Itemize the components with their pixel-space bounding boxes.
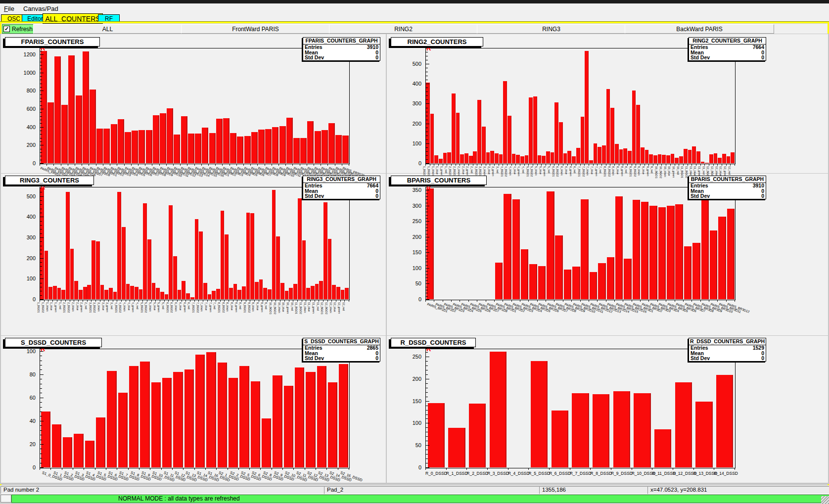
y-minor-tick [40,241,42,242]
x-label-3_black: 3_black [97,302,100,312]
y-major-tick [426,299,429,300]
y-minor-tick [40,444,42,445]
stats-box-rdssd[interactable]: R_DSSD_COUNTERS_GRAPHEntries1529Mean0Std… [689,338,766,362]
refresh-toggle[interactable]: ✓ Refresh [2,24,35,34]
stats-box-ring2[interactable]: RING2_COUNTERS_GRAPHEntries7664Mean0Std … [689,37,766,61]
x-bin-tick [606,164,606,166]
bar-R_5_DSSD [531,361,548,467]
y-minor-tick [426,80,428,80]
y-minor-tick [40,156,42,156]
pad-ring3[interactable]: RING3_COUNTERSRING3_COUNTERS_GRAPHEntrie… [1,174,386,335]
bar-12_BGO2 [714,153,718,163]
x-label-10_BGO1: 10_BGO1 [655,166,658,178]
x-label-6_green: 6_green [184,302,186,312]
bar-11_BGO1 [684,149,688,163]
bar-PARIS_FR3D20 [342,136,349,163]
y-minor-tick [426,280,428,281]
menu-file[interactable]: File [4,5,14,12]
x-bin-tick [632,468,632,470]
y-tick-label: 250 [397,354,421,360]
x-bin-tick [78,300,79,302]
y-minor-tick [426,406,428,406]
x-bin-tick [216,300,216,302]
x-label-R_12_DSSD: R_12_DSSD [673,471,693,476]
x-label-12_black: 12_black [329,302,332,313]
pad-rdssd[interactable]: R_DSSD_COUNTERSR_DSSD_COUNTERS_GRAPHEntr… [387,336,828,483]
x-label-3_blue: 3_blue [102,302,105,311]
bar-6_green [186,293,190,299]
button-all[interactable]: ALL [33,24,182,34]
pad-ring2[interactable]: RING2_COUNTERSRING2_COUNTERS_GRAPHEntrie… [387,34,828,173]
bar-PARIS_BR1D1 [426,188,434,299]
bar-1_red [447,152,451,163]
x-bin-tick [335,164,335,166]
x-label-6_blue: 6_blue [179,302,182,311]
x-label-7_red: 7_red [213,302,216,309]
x-bin-tick [477,300,477,302]
y-minor-tick [40,440,42,440]
x-label-11_BGO2: 11_BGO2 [685,166,688,178]
chart-title-fparis[interactable]: FPARIS_COUNTERS [5,37,100,46]
x-bin-tick [549,468,550,470]
button-ring3[interactable]: RING3 [477,24,626,34]
x-label-12_red: 12_red [342,302,345,311]
y-minor-tick [40,356,42,356]
root-canvas[interactable]: FPARIS_COUNTERSFPARIS_COUNTERS_GRAPHEntr… [0,34,829,484]
status-pixel-pos: 1355,186 [539,486,652,494]
x-label-9_red: 9_red [265,302,268,309]
bar-1_BGO2 [430,114,434,163]
bar-2_red [473,151,477,163]
menu-canvas-pad[interactable]: Canvas/Pad [23,5,58,12]
bar-2_BGO1 [452,93,456,163]
button-ring2[interactable]: RING2 [329,24,478,34]
x-bin-tick [520,300,520,302]
x-bin-tick [571,164,572,166]
x-label-2_red: 2_red [85,302,88,309]
x-bin-tick [260,468,261,470]
y-minor-tick [426,275,428,275]
x-bin-tick [272,468,272,470]
pad-bparis[interactable]: BPARIS_COUNTERSBPARIS_COUNTERS_GRAPHEntr… [387,174,828,335]
x-label-12_blue: 12_blue [333,302,336,312]
x-bin-tick [696,164,696,166]
refresh-checkbox[interactable]: ✓ [3,26,10,32]
y-tick-label: 20 [11,441,36,447]
x-bin-tick [267,300,268,302]
x-label-3_black: 3_black [483,166,486,176]
stats-box-ring3[interactable]: RING3_COUNTERS_GRAPHEntries7664Mean0Std … [303,176,380,199]
x-bin-tick [597,164,598,166]
x-bin-tick [593,164,594,166]
x-label-1_red: 1_red [59,302,62,309]
y-minor-tick [426,283,428,284]
chart-title-rdssd[interactable]: R_DSSD_COUNTERS [391,338,476,347]
pad-fparis[interactable]: FPARIS_COUNTERSFPARIS_COUNTERS_GRAPHEntr… [1,34,386,173]
x-bin-tick [576,164,576,166]
resize-grip[interactable] [821,496,829,504]
button-frontward-paris[interactable]: FrontWard PARIS [181,24,330,34]
y-minor-tick [426,88,428,88]
stats-box-sdssd[interactable]: S_DSSD_COUNTERS_GRAPHEntries2865Mean0Std… [303,338,380,362]
stats-box-bparis[interactable]: BPARIS_COUNTERS_GRAPHEntries3910Mean0Std… [689,176,766,199]
y-minor-tick [426,230,428,231]
chart-title-bparis[interactable]: BPARIS_COUNTERS [391,176,487,185]
chart-title-sdssd[interactable]: S_DSSD_COUNTERS [5,338,102,347]
x-label-5_BGO2: 5_BGO2 [144,302,147,313]
x-bin-tick [278,164,279,166]
stats-box-fparis[interactable]: FPARIS_COUNTERS_GRAPHEntries3910Mean0Std… [303,37,380,61]
y-minor-tick [426,423,428,423]
button-backward-paris[interactable]: BackWard PARIS [625,24,774,34]
pad-sdssd[interactable]: S_DSSD_COUNTERSS_DSSD_COUNTERS_GRAPHEntr… [1,336,386,483]
x-label-9_blue: 9_blue [256,302,259,311]
x-bin-tick [82,164,82,166]
y-major-tick [40,299,44,300]
x-bin-tick [276,300,276,302]
chart-title-ring2[interactable]: RING2_COUNTERS [391,37,483,46]
x-bin-tick [285,164,286,166]
x-bin-tick [230,164,230,166]
x-bin-tick [443,300,443,302]
chart-title-ring3[interactable]: RING3_COUNTERS [5,176,94,185]
x-bin-tick [700,300,701,302]
x-bin-tick [571,300,572,302]
bar-6_red [190,297,194,299]
x-bin-tick [554,300,554,302]
